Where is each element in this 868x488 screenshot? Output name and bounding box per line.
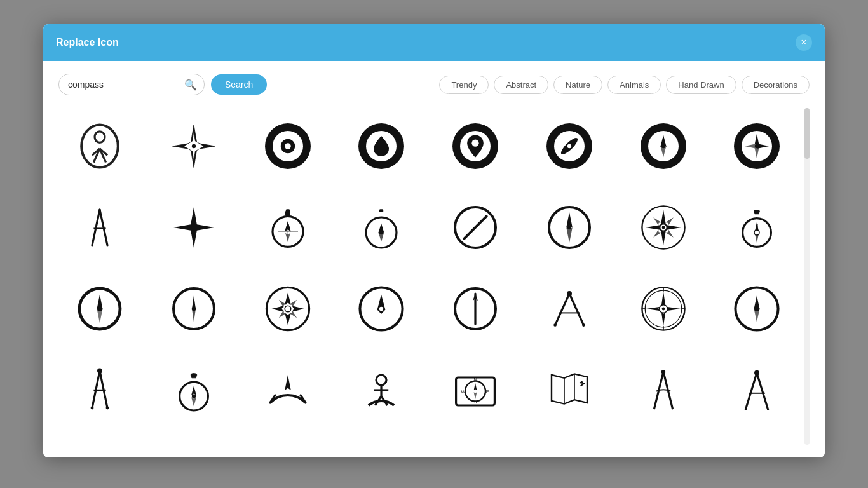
icons-scroll[interactable]: N — [58, 108, 810, 445]
icon-cell-25[interactable] — [58, 352, 141, 428]
svg-point-100 — [553, 323, 557, 327]
icon-cell-11[interactable] — [247, 189, 329, 266]
icon-cell-20[interactable] — [340, 271, 423, 347]
svg-marker-82 — [285, 313, 291, 325]
icon-cell-28[interactable] — [340, 352, 423, 428]
icon-cell-5[interactable] — [434, 108, 517, 184]
icon-cell-7[interactable] — [622, 108, 705, 184]
icon-cell-6[interactable] — [528, 108, 611, 184]
icon-cell-13[interactable] — [434, 189, 517, 266]
filter-tab-abstract[interactable]: Abstract — [494, 76, 548, 94]
modal-body: 🔍 Search Trendy Abstract Nature Animals … — [43, 61, 825, 458]
svg-line-51 — [464, 216, 486, 238]
svg-marker-139 — [474, 392, 477, 399]
svg-marker-126 — [191, 397, 196, 406]
svg-line-34 — [92, 210, 100, 245]
svg-marker-57 — [661, 210, 666, 225]
filter-tab-nature[interactable]: Nature — [553, 76, 602, 94]
icon-cell-29[interactable]: N S W E — [434, 352, 517, 428]
svg-marker-88 — [277, 299, 286, 308]
svg-point-109 — [661, 308, 665, 311]
svg-point-120 — [97, 369, 102, 374]
icon-cell-17[interactable] — [58, 271, 141, 347]
search-input[interactable] — [58, 74, 205, 95]
search-icon: 🔍 — [184, 79, 197, 91]
filter-tab-trendy[interactable]: Trendy — [439, 76, 489, 94]
svg-marker-104 — [661, 292, 665, 306]
svg-line-35 — [100, 210, 107, 245]
filter-tab-hand-drawn[interactable]: Hand Drawn — [666, 76, 736, 94]
icon-cell-10[interactable] — [153, 189, 235, 266]
icon-cell-14[interactable] — [528, 189, 611, 266]
svg-text:S: S — [474, 399, 477, 405]
icon-cell-31[interactable] — [622, 352, 705, 428]
icon-cell-16[interactable]: N — [715, 189, 798, 266]
svg-text:W: W — [461, 389, 465, 395]
filter-tab-decorations[interactable]: Decorations — [742, 76, 810, 94]
svg-point-26 — [661, 144, 665, 148]
svg-line-96 — [555, 294, 569, 325]
scrollbar-thumb[interactable] — [804, 108, 810, 159]
svg-marker-60 — [666, 225, 681, 230]
svg-marker-83 — [271, 306, 283, 312]
svg-marker-84 — [292, 306, 304, 312]
icon-cell-21[interactable] — [434, 271, 517, 347]
svg-marker-130 — [285, 375, 291, 390]
svg-marker-63 — [651, 229, 661, 239]
icons-area: N — [58, 108, 810, 445]
svg-point-150 — [661, 370, 665, 374]
svg-text:N: N — [473, 377, 477, 383]
icon-cell-15[interactable] — [622, 189, 705, 266]
svg-marker-138 — [474, 383, 477, 390]
icon-cell-18[interactable] — [153, 271, 235, 347]
icon-cell-32[interactable] — [715, 352, 798, 428]
icon-cell-24[interactable] — [715, 271, 798, 347]
svg-line-119 — [100, 371, 107, 408]
svg-rect-38 — [285, 209, 289, 212]
icon-cell-22[interactable] — [528, 271, 611, 347]
icon-cell-12[interactable] — [340, 189, 423, 266]
icon-cell-26[interactable] — [153, 352, 235, 428]
icon-cell-19[interactable] — [247, 271, 329, 347]
svg-point-89 — [285, 306, 291, 312]
icon-cell-8[interactable] — [715, 108, 798, 184]
svg-marker-64 — [651, 216, 661, 226]
svg-text:E: E — [486, 389, 489, 395]
search-bar: 🔍 Search Trendy Abstract Nature Animals … — [58, 74, 810, 95]
search-button[interactable]: Search — [211, 74, 267, 95]
svg-point-123 — [106, 407, 109, 410]
svg-point-66 — [661, 226, 665, 229]
icon-cell-3[interactable] — [247, 108, 329, 184]
svg-marker-59 — [646, 225, 661, 230]
svg-marker-81 — [285, 292, 291, 304]
icon-cell-30[interactable] — [528, 352, 611, 428]
svg-point-55 — [567, 226, 571, 229]
search-input-wrapper: 🔍 — [58, 74, 205, 95]
icon-cell-2[interactable] — [153, 108, 235, 184]
filter-tab-animals[interactable]: Animals — [607, 76, 661, 94]
filter-tabs: Trendy Abstract Nature Animals Hand Draw… — [439, 76, 810, 94]
svg-point-131 — [376, 375, 386, 385]
icon-cell-1[interactable] — [58, 108, 141, 184]
icon-cell-23[interactable] — [622, 271, 705, 347]
svg-point-122 — [91, 407, 94, 410]
svg-marker-37 — [173, 207, 214, 248]
svg-point-117 — [754, 306, 759, 311]
svg-point-127 — [192, 394, 196, 398]
icon-cell-9[interactable] — [58, 189, 141, 266]
close-button[interactable]: × — [796, 34, 812, 51]
svg-marker-87 — [277, 310, 286, 319]
modal-overlay: Replace Icon × 🔍 Search Trendy Abstract … — [0, 0, 868, 488]
replace-icon-modal: Replace Icon × 🔍 Search Trendy Abstract … — [43, 24, 825, 458]
svg-point-79 — [192, 307, 196, 311]
svg-marker-125 — [191, 386, 196, 395]
svg-point-98 — [567, 291, 572, 296]
svg-point-1 — [95, 132, 105, 143]
svg-marker-105 — [661, 312, 665, 326]
icon-cell-4[interactable] — [340, 108, 423, 184]
svg-marker-86 — [289, 310, 298, 319]
svg-point-70 — [754, 230, 759, 235]
modal-header: Replace Icon × — [43, 24, 825, 61]
icons-grid: N — [58, 108, 804, 428]
icon-cell-27[interactable] — [247, 352, 329, 428]
